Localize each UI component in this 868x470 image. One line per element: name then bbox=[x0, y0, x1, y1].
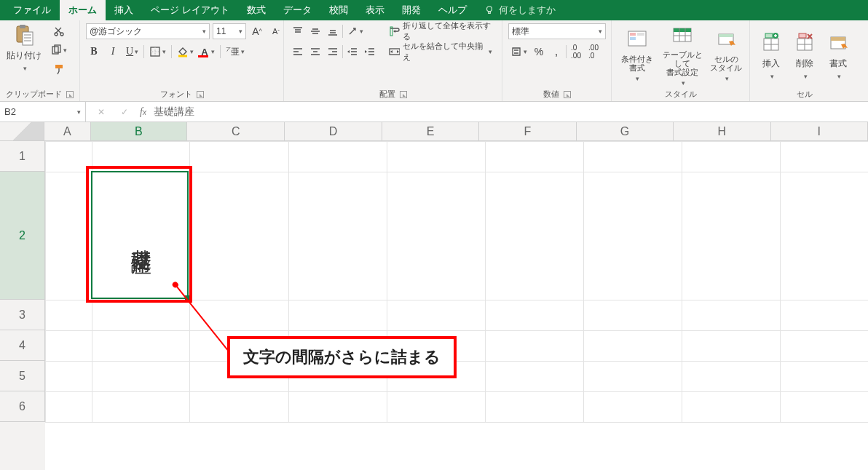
tell-me-label: 何をしますか bbox=[499, 4, 556, 17]
column-header-D[interactable]: D bbox=[285, 122, 382, 140]
accounting-format-button[interactable]: ▾ bbox=[508, 44, 529, 60]
svg-rect-4 bbox=[23, 32, 33, 45]
row-header-3[interactable]: 3 bbox=[0, 300, 45, 330]
copy-button[interactable]: ▾ bbox=[48, 42, 69, 58]
group-alignment-label: 配置 bbox=[379, 89, 395, 100]
tab-review[interactable]: 校閲 bbox=[320, 0, 357, 20]
cell-B2-text: 基礎講座 bbox=[127, 233, 154, 239]
cut-button[interactable] bbox=[48, 23, 69, 39]
paste-button[interactable]: 貼り付け ▾ bbox=[6, 23, 42, 72]
tab-help[interactable]: ヘルプ bbox=[430, 0, 476, 20]
tab-insert[interactable]: 挿入 bbox=[106, 0, 142, 20]
increase-decimal-button[interactable]: .0.00 bbox=[568, 44, 584, 60]
column-header-A[interactable]: A bbox=[44, 122, 90, 140]
column-header-F[interactable]: F bbox=[479, 122, 576, 140]
font-dialog-launcher[interactable] bbox=[197, 91, 204, 98]
svg-rect-23 bbox=[765, 33, 773, 38]
tab-home[interactable]: ホーム bbox=[60, 0, 106, 20]
tab-developer[interactable]: 開発 bbox=[393, 0, 430, 20]
ribbon: 貼り付け ▾ ▾ クリップボード @游ゴシック▾ 11▾ A^ Aˇ B I U… bbox=[0, 20, 868, 102]
select-all-corner[interactable] bbox=[0, 122, 44, 140]
decrease-font-button[interactable]: Aˇ bbox=[268, 23, 284, 39]
row-header-5[interactable]: 5 bbox=[0, 361, 45, 391]
increase-font-button[interactable]: A^ bbox=[249, 23, 265, 39]
svg-rect-16 bbox=[630, 37, 636, 40]
group-clipboard-label: クリップボード bbox=[6, 89, 62, 100]
row-header-1[interactable]: 1 bbox=[0, 141, 45, 172]
number-dialog-launcher[interactable] bbox=[564, 91, 571, 98]
wrap-text-button[interactable]: 折り返して全体を表示する bbox=[385, 23, 496, 39]
insert-cells-icon bbox=[760, 31, 783, 55]
align-left-button[interactable] bbox=[290, 44, 306, 60]
orientation-button[interactable]: ▾ bbox=[344, 23, 366, 39]
underline-button[interactable]: U▾ bbox=[124, 44, 141, 60]
tab-file[interactable]: ファイル bbox=[4, 0, 60, 20]
column-header-I[interactable]: I bbox=[771, 122, 868, 140]
formula-input[interactable] bbox=[154, 106, 861, 118]
format-as-table-button[interactable]: テーブルとして 書式設定▾ bbox=[659, 24, 706, 87]
column-header-G[interactable]: G bbox=[577, 122, 674, 140]
row-header-4[interactable]: 4 bbox=[0, 330, 45, 361]
number-format-select[interactable]: 標準▾ bbox=[508, 23, 606, 39]
cell-B2[interactable]: 基礎講座 bbox=[92, 172, 189, 300]
column-header-C[interactable]: C bbox=[187, 122, 285, 140]
fx-icon[interactable]: fx bbox=[140, 106, 146, 118]
cell-styles-button[interactable]: セルの スタイル▾ bbox=[709, 28, 743, 82]
increase-indent-button[interactable] bbox=[362, 44, 378, 60]
row-headers: 123456 bbox=[0, 141, 45, 470]
tab-view[interactable]: 表示 bbox=[357, 0, 393, 20]
phonetic-button[interactable]: ア亜▾ bbox=[224, 44, 247, 60]
column-header-E[interactable]: E bbox=[382, 122, 479, 140]
clipboard-dialog-launcher[interactable] bbox=[66, 91, 74, 98]
column-header-B[interactable]: B bbox=[91, 122, 187, 140]
conditional-format-button[interactable]: 条件付き 書式▾ bbox=[618, 28, 656, 82]
row-header-2[interactable]: 2 bbox=[0, 172, 45, 300]
paste-dropdown-icon: ▾ bbox=[23, 65, 27, 72]
name-box[interactable]: B2▾ bbox=[0, 102, 86, 122]
decrease-decimal-button[interactable]: .00.0 bbox=[585, 44, 601, 60]
cells-area[interactable]: 基礎講座 文字の間隔がさらに詰まる bbox=[45, 141, 868, 470]
italic-button[interactable]: I bbox=[105, 44, 121, 60]
tab-formulas[interactable]: 数式 bbox=[238, 0, 275, 20]
column-header-H[interactable]: H bbox=[674, 122, 770, 140]
formula-bar: B2▾ ✕ ✓ fx bbox=[0, 102, 868, 122]
insert-cells-button[interactable]: 挿入▾ bbox=[756, 31, 786, 80]
bold-button[interactable]: B bbox=[86, 44, 102, 60]
align-center-button[interactable] bbox=[307, 44, 323, 60]
percent-button[interactable]: % bbox=[531, 44, 547, 60]
spreadsheet: ABCDEFGHI 123456 基礎講座 文字の間隔がさらに詰まる bbox=[0, 122, 868, 470]
cancel-formula-button[interactable]: ✕ bbox=[93, 104, 109, 120]
tab-data[interactable]: データ bbox=[275, 0, 320, 20]
format-cells-button[interactable]: 書式▾ bbox=[823, 31, 853, 80]
merge-center-button[interactable]: セルを結合して中央揃え▾ bbox=[385, 44, 496, 60]
delete-cells-button[interactable]: 削除▾ bbox=[789, 31, 820, 80]
group-number: 標準▾ ▾ % , .0.00 .00.0 数値 bbox=[502, 20, 612, 101]
decrease-indent-icon bbox=[347, 46, 358, 57]
font-size-select[interactable]: 11▾ bbox=[213, 23, 246, 39]
align-right-button[interactable] bbox=[325, 44, 341, 60]
align-bottom-icon bbox=[327, 25, 339, 37]
font-color-button[interactable]: A▾ bbox=[199, 44, 216, 60]
tab-pagelayout[interactable]: ページ レイアウト bbox=[142, 0, 238, 20]
group-alignment: ▾ 折り返して全体を表示する セルを結合して中央 bbox=[284, 20, 502, 101]
borders-button[interactable]: ▾ bbox=[147, 44, 168, 60]
align-top-button[interactable] bbox=[290, 23, 306, 39]
format-painter-button[interactable] bbox=[48, 61, 69, 77]
merge-icon bbox=[389, 46, 400, 57]
decrease-indent-button[interactable] bbox=[344, 44, 360, 60]
align-middle-button[interactable] bbox=[307, 23, 323, 39]
svg-rect-28 bbox=[831, 37, 845, 41]
fill-color-button[interactable]: ▾ bbox=[175, 44, 196, 60]
paste-label: 貼り付け bbox=[7, 49, 42, 62]
enter-formula-button[interactable]: ✓ bbox=[117, 104, 133, 120]
increase-indent-icon bbox=[364, 46, 376, 57]
alignment-dialog-launcher[interactable] bbox=[400, 91, 407, 98]
row-header-6[interactable]: 6 bbox=[0, 391, 45, 422]
font-name-select[interactable]: @游ゴシック▾ bbox=[86, 23, 210, 39]
group-font-label: フォント bbox=[160, 89, 192, 100]
align-bottom-button[interactable] bbox=[325, 23, 341, 39]
table-icon bbox=[671, 24, 694, 47]
column-headers: ABCDEFGHI bbox=[0, 122, 868, 141]
comma-button[interactable]: , bbox=[548, 44, 564, 60]
tell-me-search[interactable]: 何をしますか bbox=[476, 0, 564, 20]
